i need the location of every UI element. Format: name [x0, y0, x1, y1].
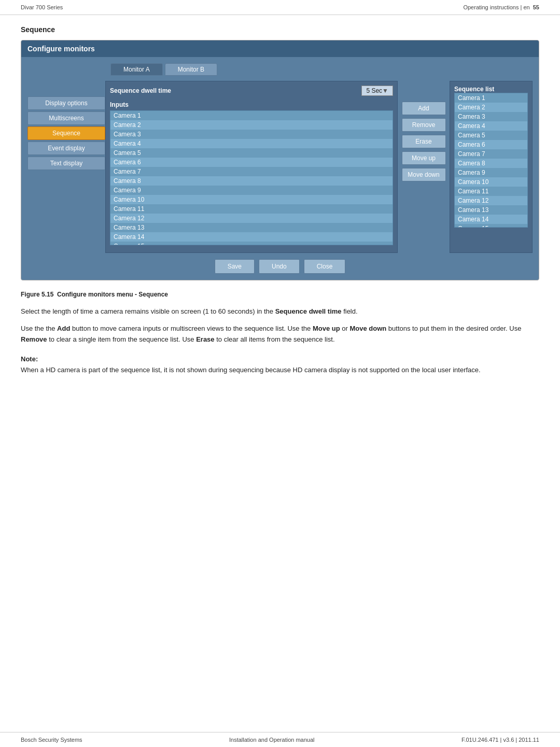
sequence-camera-item[interactable]: Camera 13 — [455, 205, 527, 215]
action-btn-move-up[interactable]: Move up — [402, 151, 446, 165]
monitors-body: Display options Multiscreens Sequence Ev… — [27, 81, 533, 253]
configure-monitors-title: Configure monitors — [21, 40, 539, 57]
note-text: When a HD camera is part of the sequence… — [21, 365, 539, 376]
sequence-camera-item[interactable]: Camera 5 — [455, 131, 527, 140]
camera-input-item[interactable]: Camera 11 — [110, 204, 393, 214]
body-paragraph-2: Use the the Add button to move camera in… — [21, 323, 539, 345]
sidebar-item-multiscreens[interactable]: Multiscreens — [27, 111, 105, 125]
camera-input-item[interactable]: Camera 7 — [110, 167, 393, 176]
action-btn-move-down[interactable]: Move down — [402, 168, 446, 181]
sidebar-item-display-options[interactable]: Display options — [27, 96, 105, 110]
bottom-buttons: SaveUndoClose — [27, 259, 533, 274]
sequence-camera-list[interactable]: Camera 1Camera 2Camera 3Camera 4Camera 5… — [454, 93, 528, 228]
dwell-time-row: Sequence dwell time 5 Sec ▼ — [110, 86, 393, 96]
sequence-camera-item[interactable]: Camera 6 — [455, 140, 527, 149]
note-section: Note: When a HD camera is part of the se… — [21, 355, 539, 376]
sidebar-item-sequence[interactable]: Sequence — [27, 126, 105, 140]
sequence-camera-item[interactable]: Camera 10 — [455, 177, 527, 187]
camera-input-item[interactable]: Camera 8 — [110, 176, 393, 186]
header-right: Operating instructions | en 55 — [463, 4, 539, 10]
dwell-time-label: Sequence dwell time — [110, 87, 171, 94]
sequence-camera-item[interactable]: Camera 9 — [455, 168, 527, 177]
sequence-camera-item[interactable]: Camera 8 — [455, 159, 527, 168]
center-panel: Sequence dwell time 5 Sec ▼ Inputs Camer… — [105, 81, 398, 253]
footer-right: F.01U.246.471 | v3.6 | 2011.11 — [461, 737, 539, 743]
camera-input-item[interactable]: Camera 2 — [110, 120, 393, 130]
sequence-camera-item[interactable]: Camera 12 — [455, 196, 527, 205]
bottom-btn-close[interactable]: Close — [304, 259, 346, 274]
camera-input-item[interactable]: Camera 15 — [110, 242, 393, 245]
camera-input-item[interactable]: Camera 4 — [110, 139, 393, 148]
sequence-camera-item[interactable]: Camera 1 — [455, 93, 527, 103]
camera-inputs-list[interactable]: Camera 1Camera 2Camera 3Camera 4Camera 5… — [110, 110, 393, 245]
camera-input-item[interactable]: Camera 5 — [110, 148, 393, 158]
figure-caption: Figure 5.15 Configure monitors menu - Se… — [21, 291, 539, 298]
sequence-list-label: Sequence list — [454, 86, 528, 93]
section-title: Sequence — [21, 25, 539, 34]
bottom-btn-save[interactable]: Save — [215, 259, 255, 274]
monitor-tabs: Monitor A Monitor B — [27, 63, 533, 76]
sequence-camera-item[interactable]: Camera 11 — [455, 187, 527, 196]
bottom-btn-undo[interactable]: Undo — [259, 259, 300, 274]
footer-center: Installation and Operation manual — [229, 737, 315, 743]
sequence-camera-item[interactable]: Camera 7 — [455, 149, 527, 159]
camera-input-item[interactable]: Camera 6 — [110, 158, 393, 167]
sequence-camera-item[interactable]: Camera 14 — [455, 215, 527, 224]
sequence-camera-item[interactable]: Camera 15 — [455, 224, 527, 228]
tab-monitor-b[interactable]: Monitor B — [165, 63, 217, 76]
sidebar-item-text-display[interactable]: Text display — [27, 157, 105, 170]
sequence-camera-item[interactable]: Camera 3 — [455, 112, 527, 121]
camera-input-item[interactable]: Camera 10 — [110, 195, 393, 204]
sequence-camera-item[interactable]: Camera 2 — [455, 103, 527, 112]
sidebar-item-event-display[interactable]: Event display — [27, 142, 105, 155]
footer-left: Bosch Security Systems — [21, 737, 82, 743]
tab-monitor-a[interactable]: Monitor A — [110, 63, 163, 76]
page-footer: Bosch Security Systems Installation and … — [0, 732, 560, 747]
page-header: Divar 700 Series Operating instructions … — [0, 0, 560, 15]
sidebar-nav: Display options Multiscreens Sequence Ev… — [27, 81, 105, 253]
camera-input-item[interactable]: Camera 3 — [110, 130, 393, 139]
dwell-time-value-box[interactable]: 5 Sec ▼ — [361, 86, 393, 96]
action-btn-remove[interactable]: Remove — [402, 118, 446, 132]
configure-monitors-box: Configure monitors Monitor A Monitor B D… — [21, 40, 539, 280]
camera-input-item[interactable]: Camera 1 — [110, 111, 393, 120]
camera-input-item[interactable]: Camera 12 — [110, 214, 393, 223]
camera-input-item[interactable]: Camera 13 — [110, 223, 393, 232]
dwell-dropdown-arrow[interactable]: ▼ — [382, 87, 388, 94]
sequence-list-panel: Sequence list Camera 1Camera 2Camera 3Ca… — [450, 81, 533, 253]
inputs-section: Inputs Camera 1Camera 2Camera 3Camera 4C… — [110, 101, 393, 245]
action-btn-add[interactable]: Add — [402, 102, 446, 115]
body-paragraph-1: Select the length of time a camera remai… — [21, 306, 539, 317]
action-btn-erase[interactable]: Erase — [402, 135, 446, 148]
sequence-camera-item[interactable]: Camera 4 — [455, 121, 527, 131]
action-buttons: AddRemoveEraseMove upMove down — [398, 81, 450, 253]
main-content: Sequence Configure monitors Monitor A Mo… — [0, 15, 560, 407]
dwell-time-input: 5 Sec ▼ — [361, 86, 393, 96]
camera-input-item[interactable]: Camera 9 — [110, 186, 393, 195]
note-title: Note: — [21, 355, 539, 363]
header-left: Divar 700 Series — [21, 4, 63, 10]
inputs-label: Inputs — [110, 101, 393, 108]
camera-input-item[interactable]: Camera 14 — [110, 232, 393, 242]
